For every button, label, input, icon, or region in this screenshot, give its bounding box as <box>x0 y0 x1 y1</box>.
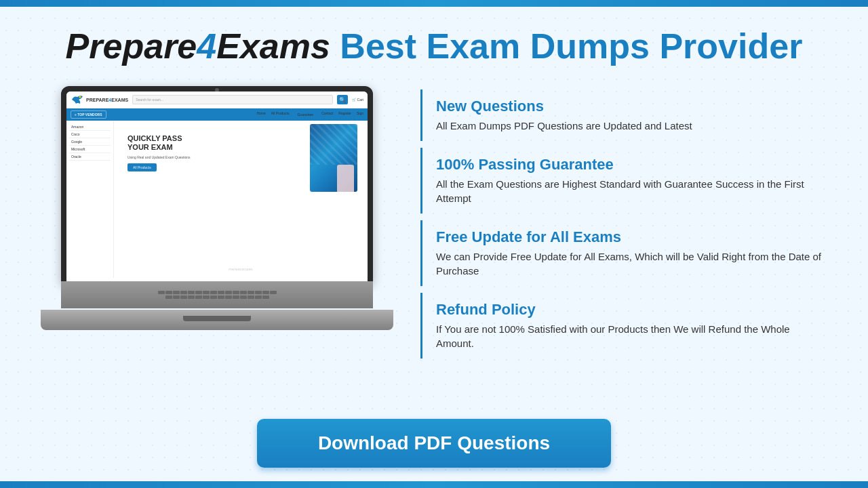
kb-key <box>203 291 210 294</box>
header-title: Prepare4Exams Best Exam Dumps Provider <box>41 27 827 66</box>
kb-key <box>180 296 187 299</box>
kb-key <box>158 291 165 294</box>
download-button[interactable]: Download PDF Questions <box>257 419 611 468</box>
kb-key <box>195 291 202 294</box>
product-box-shape <box>310 124 357 192</box>
kb-key <box>233 296 239 299</box>
kb-key <box>210 291 217 294</box>
kb-key <box>173 291 180 294</box>
logo-bird-icon <box>71 94 84 105</box>
search-placeholder-text: Search for exam... <box>136 98 163 102</box>
kb-key <box>218 296 224 299</box>
brand-accent: 4 <box>197 26 216 66</box>
header: Prepare4Exams Best Exam Dumps Provider <box>41 27 827 66</box>
hero-text-area: QUICKLY PASS YOUR EXAM Using Real and Up… <box>127 134 191 171</box>
download-section: Download PDF Questions <box>41 419 827 468</box>
kb-row-1 <box>158 291 277 294</box>
main-content-area: QUICKLY PASS YOUR EXAM Using Real and Up… <box>114 121 368 278</box>
nav-sign[interactable]: Sign <box>357 111 363 118</box>
feature-desc-free-update: We can Provide Free Update for All Exams… <box>436 249 827 278</box>
svg-point-0 <box>79 96 81 98</box>
cart-icon: 🛒 <box>352 98 356 102</box>
kb-key <box>203 296 210 299</box>
feature-title-passing-guarantee: 100% Passing Guarantee <box>436 156 827 174</box>
features-section: New Questions All Exam Dumps PDF Questio… <box>420 86 827 365</box>
cart-label: Cart <box>357 98 363 102</box>
kb-key <box>165 296 172 299</box>
logo-accent: 4 <box>108 98 111 102</box>
kb-key <box>210 296 217 299</box>
kb-key <box>240 296 247 299</box>
kb-key <box>173 296 180 299</box>
kb-key <box>195 296 202 299</box>
content-area: PREPARE4EXAMS Search for exam... 🔍 🛒 Car… <box>41 86 827 412</box>
box-person <box>337 165 354 192</box>
kb-key <box>248 291 254 294</box>
laptop-section: PREPARE4EXAMS Search for exam... 🔍 🛒 Car… <box>41 86 393 330</box>
kb-key <box>262 291 269 294</box>
sidebar: Amazon Cisco Google Microsoft Oracle <box>66 121 114 278</box>
feature-desc-refund-policy: If You are not 100% Satisfied with our P… <box>436 322 827 350</box>
kb-key <box>225 291 232 294</box>
feature-free-update: Free Update for All Exams We can Provide… <box>420 220 827 286</box>
hero-title: QUICKLY PASS YOUR EXAM <box>127 134 191 152</box>
watermark: PREPARE4EXAMS <box>229 268 253 271</box>
logo-text: PREPARE4EXAMS <box>86 98 128 102</box>
feature-new-questions: New Questions All Exam Dumps PDF Questio… <box>420 89 827 141</box>
kb-key <box>270 291 277 294</box>
sidebar-google[interactable]: Google <box>69 138 111 146</box>
feature-title-refund-policy: Refund Policy <box>436 301 827 319</box>
main-container: Prepare4Exams Best Exam Dumps Provider <box>0 7 868 481</box>
kb-key <box>255 296 262 299</box>
brand-tagline: Best Exam Dumps Provider <box>340 26 802 66</box>
hero-subtitle: Using Real and Updated Exam Questions <box>127 155 191 159</box>
site-body: Amazon Cisco Google Microsoft Oracle QUI… <box>66 121 368 278</box>
cart-area: 🛒 Cart <box>352 98 363 102</box>
kb-key <box>165 291 172 294</box>
kb-key <box>255 291 262 294</box>
feature-title-free-update: Free Update for All Exams <box>436 228 827 246</box>
kb-key <box>262 296 269 299</box>
feature-refund-policy: Refund Policy If You are not 100% Satisf… <box>420 293 827 359</box>
nav-guarantee[interactable]: Guarantee <box>294 111 316 118</box>
feature-passing-guarantee: 100% Passing Guarantee All the Exam Ques… <box>420 148 827 214</box>
brand-name: Prepare4Exams <box>66 26 340 66</box>
feature-title-new-questions: New Questions <box>436 98 827 115</box>
nav-contact[interactable]: Contact <box>321 111 333 118</box>
product-box-image <box>310 124 364 205</box>
sidebar-oracle[interactable]: Oracle <box>69 153 111 161</box>
kb-key <box>188 291 195 294</box>
kb-key <box>225 296 232 299</box>
site-nav: ≡ TOP VENDORS Home All Products Guarante… <box>66 108 368 121</box>
sidebar-microsoft[interactable]: Microsoft <box>69 146 111 153</box>
nav-home[interactable]: Home <box>256 111 265 118</box>
kb-row-2 <box>165 296 269 299</box>
laptop-keyboard <box>61 281 373 308</box>
laptop-base <box>41 310 393 330</box>
laptop-screen-inner: PREPARE4EXAMS Search for exam... 🔍 🛒 Car… <box>66 92 368 283</box>
nav-all-products[interactable]: All Products <box>271 111 290 118</box>
site-header: PREPARE4EXAMS Search for exam... 🔍 🛒 Car… <box>66 92 368 108</box>
nav-register[interactable]: Register <box>338 111 351 118</box>
top-bar <box>0 0 868 7</box>
bottom-bar <box>0 481 868 488</box>
laptop-screen-outer: PREPARE4EXAMS Search for exam... 🔍 🛒 Car… <box>61 86 373 283</box>
kb-key <box>218 291 224 294</box>
nav-menu-button[interactable]: ≡ TOP VENDORS <box>71 110 106 119</box>
laptop-hinge <box>183 316 251 321</box>
sidebar-amazon[interactable]: Amazon <box>69 123 111 131</box>
box-pattern <box>310 124 357 165</box>
site-logo: PREPARE4EXAMS <box>71 94 128 105</box>
kb-key <box>233 291 239 294</box>
site-search-bar[interactable]: Search for exam... <box>132 95 332 104</box>
nav-links: Home All Products Guarantee Contact Regi… <box>112 111 363 118</box>
kb-key <box>240 291 247 294</box>
sidebar-cisco[interactable]: Cisco <box>69 131 111 138</box>
kb-key <box>188 296 195 299</box>
all-products-button[interactable]: All Products <box>127 163 157 171</box>
kb-key <box>180 291 187 294</box>
kb-key <box>248 296 254 299</box>
feature-desc-passing-guarantee: All the Exam Questions are Highest Stand… <box>436 177 827 205</box>
feature-desc-new-questions: All Exam Dumps PDF Questions are Updated… <box>436 119 827 133</box>
search-button[interactable]: 🔍 <box>337 95 348 104</box>
